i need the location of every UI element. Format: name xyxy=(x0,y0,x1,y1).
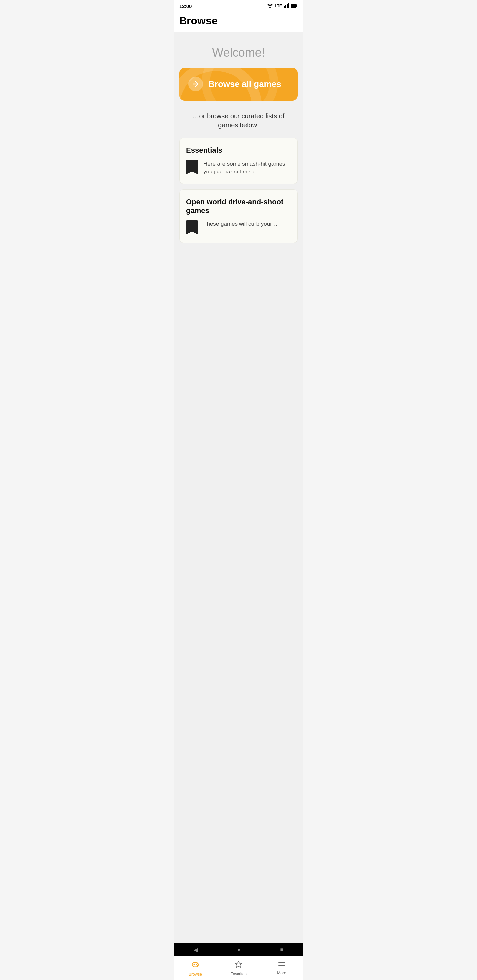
battery-icon xyxy=(290,4,298,9)
essentials-title: Essentials xyxy=(186,146,291,154)
bookmark-icon xyxy=(186,160,198,175)
svg-rect-3 xyxy=(287,4,287,8)
nav-item-favorites[interactable]: Favorites xyxy=(217,959,260,978)
svg-point-8 xyxy=(196,964,197,965)
hamburger-icon xyxy=(278,961,286,969)
star-icon xyxy=(235,961,242,970)
home-button[interactable]: ● xyxy=(237,947,241,953)
bookmark-icon-2 xyxy=(186,220,198,235)
nav-label-favorites: Favorites xyxy=(230,972,246,976)
list-card-openworld[interactable]: Open world drive-and-shoot games These g… xyxy=(179,189,298,243)
bottom-nav: Browse Favorites More xyxy=(174,956,303,980)
nav-label-more: More xyxy=(277,971,286,975)
nav-label-browse: Browse xyxy=(189,972,202,977)
back-button[interactable]: ◀ xyxy=(194,947,198,953)
recents-button[interactable]: ■ xyxy=(280,947,284,953)
svg-rect-13 xyxy=(194,963,195,965)
svg-rect-1 xyxy=(284,6,284,8)
android-nav-bar: ◀ ● ■ xyxy=(174,943,303,956)
openworld-body: These games will curb your… xyxy=(186,220,291,235)
svg-point-0 xyxy=(269,7,271,8)
status-bar: 12:00 LTE xyxy=(174,0,303,12)
nav-item-more[interactable]: More xyxy=(260,960,303,977)
nav-item-browse[interactable]: Browse xyxy=(174,959,217,978)
main-content: Welcome! Browse all games …or browse our… xyxy=(174,32,303,980)
openworld-description: These games will curb your… xyxy=(203,220,278,228)
gamepad-icon xyxy=(191,960,200,971)
curated-lists-subtext: …or browse our curated lists of games be… xyxy=(179,111,298,130)
svg-rect-4 xyxy=(288,3,289,8)
svg-point-10 xyxy=(197,965,198,966)
lte-icon: LTE xyxy=(274,4,282,8)
svg-point-9 xyxy=(197,963,198,964)
svg-rect-6 xyxy=(291,4,296,7)
list-card-essentials[interactable]: Essentials Here are some smash-hit games… xyxy=(179,138,298,184)
browse-all-label: Browse all games xyxy=(208,79,281,89)
essentials-body: Here are some smash-hit games you just c… xyxy=(186,160,291,176)
wifi-icon xyxy=(267,3,273,9)
svg-point-11 xyxy=(198,964,199,965)
essentials-description: Here are some smash-hit games you just c… xyxy=(203,160,291,176)
browse-all-button[interactable]: Browse all games xyxy=(179,68,298,101)
signal-icon xyxy=(284,3,289,9)
openworld-title: Open world drive-and-shoot games xyxy=(186,198,291,215)
status-time: 12:00 xyxy=(179,3,192,9)
status-icons: LTE xyxy=(267,3,298,9)
more-lines-icon xyxy=(278,961,286,969)
page-header: Browse xyxy=(174,12,303,32)
svg-rect-2 xyxy=(285,5,286,8)
arrow-right-icon xyxy=(188,77,203,91)
welcome-text: Welcome! xyxy=(179,32,298,68)
page-title: Browse xyxy=(179,14,298,27)
